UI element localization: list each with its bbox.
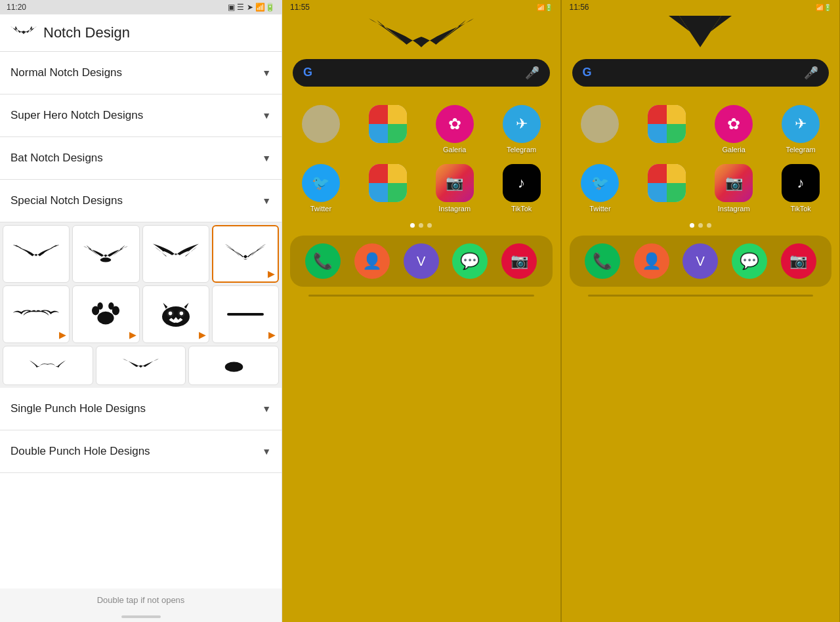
bat-wings2-icon xyxy=(83,238,129,270)
app-instagram1[interactable]: 📷 Instagram xyxy=(424,164,486,213)
app-empty1[interactable] xyxy=(290,105,352,154)
phone1-dock-whatsapp[interactable]: 💬 xyxy=(452,243,488,279)
eagle-wings-icon xyxy=(13,238,59,270)
arrow-superhero-icon: ▼ xyxy=(262,110,271,121)
app-multi4[interactable] xyxy=(636,164,698,213)
menu-item-bat-notch[interactable]: Bat Notch Designs ▼ xyxy=(0,137,282,180)
app-multi3-icon xyxy=(648,105,686,143)
app-twitter2[interactable]: 🐦 Twitter xyxy=(570,164,631,213)
app-gray2-icon xyxy=(581,105,619,143)
phone2-dock-phone[interactable]: 📞 xyxy=(585,243,620,279)
phone1-google-bar[interactable]: G 🎤 xyxy=(293,59,550,87)
phone2-time: 11:56 xyxy=(570,3,589,12)
svg-point-5 xyxy=(109,302,114,310)
phone1-time: 11:55 xyxy=(290,3,310,12)
app-multi3[interactable] xyxy=(636,105,698,154)
app-tiktok2[interactable]: ♪ TikTok xyxy=(770,164,831,213)
menu-item-double-punch[interactable]: Double Punch Hole Designs ▼ xyxy=(0,430,282,473)
twitter2-label: Twitter xyxy=(589,205,610,213)
phone2-dock-contacts[interactable]: 👤 xyxy=(634,243,669,279)
phone1-scrollbar xyxy=(308,295,534,297)
phone1-dock-phone[interactable]: 📞 xyxy=(305,243,341,279)
app-header: Notch Design xyxy=(0,14,282,52)
app-gray1-icon xyxy=(302,105,340,143)
design-cell-2[interactable] xyxy=(72,225,139,283)
google-g2-icon: G xyxy=(583,66,597,80)
scrollbar-indicator[interactable] xyxy=(121,615,161,618)
left-status-bar: 11:20 ▣ ☰ ➤ 📶🔋 xyxy=(0,0,282,14)
telegram2-label: Telegram xyxy=(786,146,815,154)
phone2-dock-whatsapp[interactable]: 💬 xyxy=(732,243,767,279)
phone2-dock-camera[interactable]: 📷 xyxy=(781,243,816,279)
menu-item-normal-notch[interactable]: Normal Notch Designs ▼ xyxy=(0,52,282,94)
menu-item-special-notch[interactable]: Special Notch Designs ▼ xyxy=(0,180,282,222)
twitter2-icon: 🐦 xyxy=(581,164,619,202)
tiktok2-icon: ♪ xyxy=(782,164,820,202)
partial-cell-2[interactable] xyxy=(96,346,186,385)
svg-rect-11 xyxy=(227,313,264,316)
app-galeria1[interactable]: ✿ Galeria xyxy=(424,105,486,154)
design-cell-1[interactable] xyxy=(3,225,70,283)
design-cell-7[interactable]: ▶ xyxy=(142,285,209,343)
app-instagram2[interactable]: 📷 Instagram xyxy=(703,164,765,213)
app-multi2[interactable] xyxy=(357,164,419,213)
svg-point-9 xyxy=(168,312,172,316)
feathery-wings-icon xyxy=(153,238,199,270)
svg-point-12 xyxy=(224,362,243,371)
phone2-v-notch-icon xyxy=(648,14,753,54)
app-multi2-icon xyxy=(369,164,407,202)
app-title: Notch Design xyxy=(43,24,130,41)
design-cell-6[interactable]: ▶ xyxy=(72,285,139,343)
phone1-app-row2: 🐦 Twitter 📷 Instagram xyxy=(282,159,560,218)
telegram1-icon: ✈ xyxy=(503,105,541,143)
partial-cell-1[interactable] xyxy=(3,346,93,385)
app-telegram1[interactable]: ✈ Telegram xyxy=(491,105,553,154)
dot2-1 xyxy=(690,223,694,228)
phone1-dock-viber[interactable]: V xyxy=(404,243,439,279)
app-twitter1[interactable]: 🐦 Twitter xyxy=(290,164,352,213)
phone2-google-bar[interactable]: G 🎤 xyxy=(572,59,830,87)
partial-design-row xyxy=(0,346,282,388)
arrow-normal-notch-icon: ▼ xyxy=(262,68,271,78)
left-time: 11:20 xyxy=(7,3,26,12)
left-icons: ▣ ☰ ➤ 📶🔋 xyxy=(228,3,275,12)
left-panel: 11:20 ▣ ☰ ➤ 📶🔋 Notch Design Normal Notch… xyxy=(0,0,282,622)
galeria2-icon: ✿ xyxy=(715,105,753,143)
app-telegram2[interactable]: ✈ Telegram xyxy=(770,105,831,154)
phone1-dock-contacts[interactable]: 👤 xyxy=(354,243,390,279)
tiktok1-label: TikTok xyxy=(511,205,532,213)
twitter1-label: Twitter xyxy=(310,205,331,213)
phone1-status-bar: 11:55 📶🔋 xyxy=(282,0,560,14)
phone1-notch-area xyxy=(282,14,560,54)
phone1-dock-camera[interactable]: 📷 xyxy=(501,243,537,279)
phone1-page-dots xyxy=(282,218,560,233)
design-cell-5[interactable]: ▶ xyxy=(3,285,70,343)
telegram2-icon: ✈ xyxy=(782,105,820,143)
app-tiktok1[interactable]: ♪ TikTok xyxy=(491,164,553,213)
app-empty2[interactable] xyxy=(570,105,631,154)
play-icon-5: ▶ xyxy=(59,329,66,340)
line-notch-icon xyxy=(222,298,268,331)
bottom-hint: Double tap if not opens xyxy=(0,589,282,612)
single-punch-label: Single Punch Hole Designs xyxy=(10,402,146,415)
menu-item-single-punch[interactable]: Single Punch Hole Designs ▼ xyxy=(0,388,282,430)
partial-design-1-icon xyxy=(30,354,66,377)
svg-point-4 xyxy=(98,302,103,310)
dot1-2 xyxy=(419,223,423,228)
design-cell-8[interactable]: ▶ xyxy=(212,285,279,343)
telegram1-label: Telegram xyxy=(507,146,536,154)
tiktok2-label: TikTok xyxy=(790,205,810,213)
design-cell-4[interactable]: ▶ xyxy=(212,225,279,283)
menu-item-superhero-notch[interactable]: Super Hero Notch Designs ▼ xyxy=(0,94,282,137)
partial-cell-3[interactable] xyxy=(188,346,279,385)
phone1-app-row1: ✿ Galeria ✈ Telegram xyxy=(282,92,560,159)
double-punch-label: Double Punch Hole Designs xyxy=(10,445,150,458)
phone2-dock-viber[interactable]: V xyxy=(682,243,718,279)
app-galeria2[interactable]: ✿ Galeria xyxy=(703,105,765,154)
partial-design-2-icon xyxy=(123,354,159,377)
app-multi1[interactable] xyxy=(357,105,419,154)
phone2-app-row2: 🐦 Twitter 📷 Instagram xyxy=(562,159,840,218)
arrow-single-punch-icon: ▼ xyxy=(262,404,271,414)
phone1-bottom-dock: 📞 👤 V 💬 📷 xyxy=(290,236,553,287)
design-cell-3[interactable] xyxy=(142,225,209,283)
